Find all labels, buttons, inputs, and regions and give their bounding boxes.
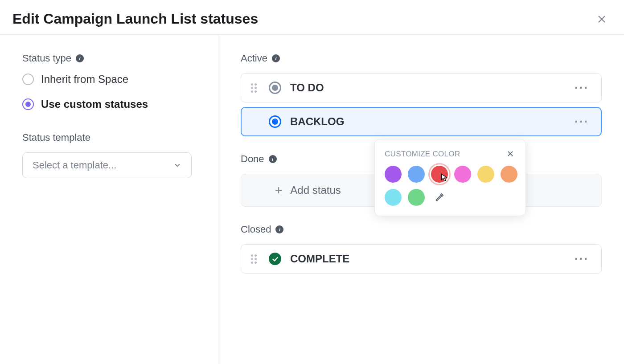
color-swatch-pink[interactable] <box>454 166 471 183</box>
status-row-complete[interactable]: COMPLETE ··· <box>241 244 602 274</box>
eyedropper-icon <box>435 192 444 202</box>
drag-handle-icon[interactable] <box>251 83 260 92</box>
add-status-label: Add status <box>290 184 341 196</box>
dropdown-placeholder: Select a template... <box>33 160 116 171</box>
color-swatch-cyan[interactable] <box>385 189 402 206</box>
done-group-label: Done <box>241 153 264 165</box>
popover-header: CUSTOMIZE COLOR <box>385 148 516 160</box>
active-group-label: Active <box>241 53 267 64</box>
status-template-dropdown[interactable]: Select a template... <box>22 152 192 178</box>
closed-group-heading: Closed i <box>241 224 602 235</box>
status-name-input[interactable] <box>290 115 563 128</box>
status-row-backlog-editing[interactable]: ··· <box>241 107 602 136</box>
status-type-label: Status type <box>22 53 71 64</box>
close-button[interactable] <box>594 11 610 27</box>
edit-statuses-modal: Edit Campaign Launch List statuses Statu… <box>0 0 624 364</box>
color-swatch-orange[interactable] <box>501 166 517 183</box>
check-icon <box>271 255 279 263</box>
radio-indicator <box>22 74 34 85</box>
radio-use-custom-statuses[interactable]: Use custom statuses <box>22 98 196 110</box>
popover-title: CUSTOMIZE COLOR <box>385 150 460 159</box>
cursor-icon <box>440 173 450 183</box>
color-swatch-yellow[interactable] <box>477 166 494 183</box>
radio-label: Use custom statuses <box>41 98 148 110</box>
status-color-indicator[interactable] <box>269 115 281 128</box>
status-template-label: Status template <box>22 132 90 143</box>
chevron-down-icon <box>173 161 181 169</box>
status-more-button[interactable]: ··· <box>572 257 591 261</box>
info-icon[interactable]: i <box>275 225 283 233</box>
info-icon[interactable]: i <box>76 54 84 62</box>
status-type-radio-group: Inherit from Space Use custom statuses <box>22 73 196 110</box>
right-panel: Active i TO DO ··· ··· Done i <box>218 35 624 364</box>
status-template-heading: Status template <box>22 132 196 143</box>
plus-icon: + <box>275 186 282 195</box>
swatch-row-2 <box>385 189 516 206</box>
radio-label: Inherit from Space <box>41 73 128 86</box>
radio-inherit-from-space[interactable]: Inherit from Space <box>22 73 196 86</box>
color-swatch-purple[interactable] <box>385 166 402 183</box>
swatch-row-1 <box>385 166 516 183</box>
modal-body: Status type i Inherit from Space Use cus… <box>0 35 624 364</box>
modal-header: Edit Campaign Launch List statuses <box>0 0 624 35</box>
status-more-button[interactable]: ··· <box>572 86 591 90</box>
closed-group-label: Closed <box>241 224 271 235</box>
info-icon[interactable]: i <box>272 54 280 62</box>
status-name: COMPLETE <box>290 253 563 265</box>
status-color-indicator[interactable] <box>269 82 281 94</box>
info-icon[interactable]: i <box>269 155 277 163</box>
eyedropper-button[interactable] <box>431 189 448 206</box>
color-swatch-red-selected[interactable] <box>431 166 448 183</box>
popover-close-button[interactable] <box>505 148 516 160</box>
close-icon <box>597 14 607 24</box>
status-row-todo[interactable]: TO DO ··· <box>241 73 602 102</box>
color-swatch-green[interactable] <box>408 189 425 206</box>
modal-title: Edit Campaign Launch List statuses <box>12 11 258 27</box>
color-swatch-blue[interactable] <box>408 166 425 183</box>
radio-indicator-selected <box>22 98 34 110</box>
left-panel: Status type i Inherit from Space Use cus… <box>0 35 218 364</box>
status-more-button[interactable]: ··· <box>572 119 591 124</box>
status-type-heading: Status type i <box>22 53 196 64</box>
customize-color-popover: CUSTOMIZE COLOR <box>374 139 526 216</box>
close-icon <box>507 150 514 157</box>
active-group-heading: Active i <box>241 53 602 64</box>
drag-handle-icon[interactable] <box>251 254 260 263</box>
status-color-indicator[interactable] <box>269 253 281 265</box>
status-name: TO DO <box>290 82 563 94</box>
